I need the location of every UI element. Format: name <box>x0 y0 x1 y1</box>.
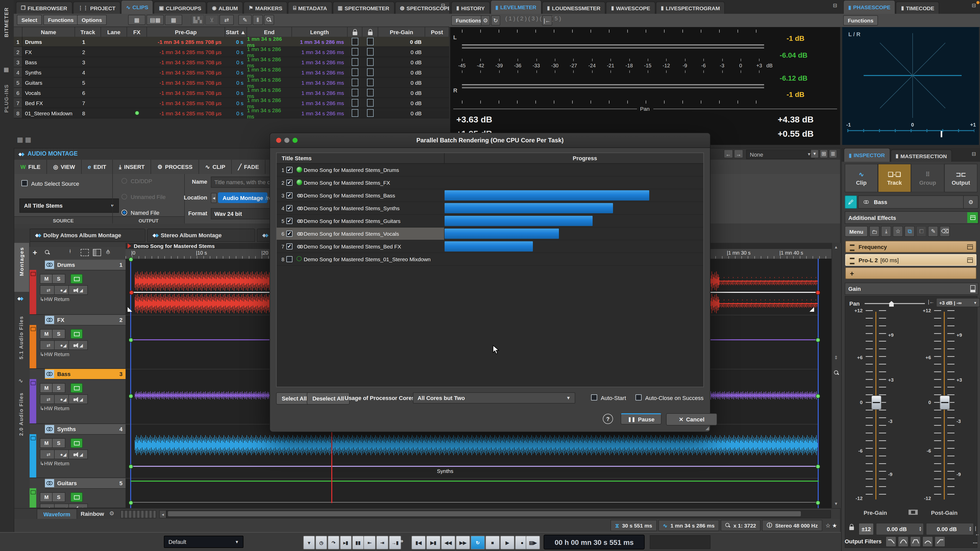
automation-point[interactable] <box>816 290 820 295</box>
copy-icon[interactable]: ⧉ <box>905 226 915 237</box>
mute-button[interactable]: M <box>40 438 53 448</box>
monitor-button[interactable]: ◢ <box>68 340 88 350</box>
render-row[interactable]: 7⚙⚙Demo Song for Mastered Stems_Bed FX <box>277 240 703 253</box>
timer-button[interactable]: ◷ <box>315 536 327 549</box>
solo-button[interactable]: S <box>52 383 65 393</box>
list-icon[interactable]: ≣ <box>829 149 837 158</box>
folder-icon[interactable]: 🗀 <box>870 226 880 237</box>
tab-timecode[interactable]: ▮TIMECODE <box>896 2 939 14</box>
save-preset-icon[interactable]: ⤓ <box>881 226 891 237</box>
lock-checkbox[interactable] <box>352 99 358 106</box>
search-icon[interactable] <box>45 250 50 256</box>
lock-checkbox[interactable] <box>352 58 358 66</box>
pan-value-dropdown[interactable]: +3 dB | -∞▼ <box>936 298 980 307</box>
tab-livespectrogram[interactable]: ▮LIVESPECTROGRAM <box>656 2 725 14</box>
tab-waveform[interactable]: Waveform <box>37 509 77 520</box>
panel-menu-icon[interactable]: ⊟ <box>970 151 978 157</box>
add-track-button[interactable]: + <box>33 248 37 257</box>
menu-process[interactable]: ⚙PROCESS <box>151 160 199 174</box>
monitor-button[interactable]: ◢ <box>68 285 88 295</box>
column-header-Pre-Gain[interactable]: Pre-Gain <box>378 27 425 38</box>
montage-doc-tab[interactable]: ◆◆Dolby Atmos Album Montage <box>30 229 145 242</box>
lock-checkbox[interactable] <box>352 89 358 97</box>
ripple-checkbox[interactable] <box>367 48 374 56</box>
section-output[interactable]: ⊐⊏Output <box>944 164 977 192</box>
render-row[interactable]: 4⚙⚙Demo Song for Mastered Stems_Synths <box>277 202 703 215</box>
track-fx[interactable]: FX2MS⇄●◢◢↳HW Return <box>30 315 126 369</box>
routing-button[interactable] <box>70 329 83 339</box>
routing-button[interactable] <box>70 274 83 284</box>
automation-point[interactable] <box>816 394 820 399</box>
source-dropdown[interactable]: All Title Stems▼ <box>19 198 119 213</box>
solo-button[interactable]: S <box>52 329 65 339</box>
montage-doc-tab[interactable]: ◆◆Stereo Album Montage <box>147 229 255 242</box>
routing-button[interactable] <box>70 383 83 393</box>
solo-button[interactable]: S <box>52 438 65 448</box>
render-row[interactable]: 5⚙⚙Demo Song for Mastered Stems_Guitars <box>277 215 703 227</box>
ripple-checkbox[interactable] <box>367 58 374 66</box>
cd-ddp-radio[interactable] <box>121 178 127 184</box>
column-header-Track[interactable]: Track <box>75 27 101 38</box>
tab-mastersection[interactable]: ▮MASTERSECTION <box>891 149 952 162</box>
pause-button[interactable]: ❚❚Pause <box>620 413 662 424</box>
hscroll-left-icon[interactable]: ◄ <box>159 510 166 518</box>
effect-pro-l2[interactable]: ▬▬Pro-L 2[60 ms] <box>845 254 977 266</box>
effect-frequency[interactable]: ▬▬Frequency <box>845 241 977 252</box>
mute-button[interactable]: M <box>40 274 53 284</box>
tab-markers[interactable]: ⚑MARKERS <box>243 2 287 14</box>
play-render-button[interactable]: ▤▶ <box>526 536 540 549</box>
panel-menu-icon[interactable]: ⊟ <box>439 3 447 9</box>
edit-filter-icon[interactable]: ✎ <box>239 15 251 25</box>
side-tab-20-audio-files[interactable]: 2.0 Audio Files <box>14 389 29 451</box>
mute-button[interactable]: M <box>40 492 53 502</box>
brush-button[interactable]: 🖉 <box>845 195 857 209</box>
column-header-Length[interactable]: Length <box>292 27 348 38</box>
select-menu[interactable]: Select <box>17 15 42 25</box>
guitars-automation-line[interactable] <box>130 502 819 503</box>
preset-star-icon[interactable]: ☆ <box>826 522 831 529</box>
post-gain-spinner[interactable]: 0.00 dB▲▼ <box>926 523 974 535</box>
tab-metadata[interactable]: ⌸METADATA <box>288 2 332 14</box>
location-chip[interactable]: Audio Montage <box>218 192 268 203</box>
cursor-time[interactable]: ⧖30 s 551 ms <box>611 520 657 531</box>
track-name-field[interactable]: Bass <box>858 195 967 209</box>
additional-effects-header[interactable]: Additional Effects <box>845 211 978 224</box>
col-title-stems[interactable]: Title Stems <box>282 155 312 161</box>
layout-tool-icon[interactable] <box>93 249 101 256</box>
render-checkbox[interactable] <box>286 179 293 186</box>
monitor-button[interactable]: ◢ <box>68 394 88 404</box>
to-end-marker-button[interactable]: →▮ <box>389 536 401 549</box>
eraser-icon[interactable]: ⌫ <box>940 226 950 237</box>
hscroll-thumb[interactable] <box>168 511 801 516</box>
reset-peaks-icon[interactable]: |← <box>542 15 552 25</box>
lock-checkbox[interactable] <box>352 68 358 76</box>
lock-checkbox[interactable] <box>352 109 358 117</box>
column-header-num[interactable] <box>14 27 22 38</box>
transport-preset-dropdown[interactable]: Default▼ <box>164 536 243 548</box>
to-next-marker-button[interactable]: ⇥ <box>376 536 388 549</box>
monitor-button[interactable]: ◢ <box>68 503 88 508</box>
side-tab-montages[interactable]: Montages <box>14 243 29 292</box>
section-clip[interactable]: ∿Clip <box>845 164 878 192</box>
pan-slider[interactable] <box>865 303 925 304</box>
fast-forward-button[interactable]: ▶▶ <box>456 536 470 549</box>
tab-project[interactable]: ⋮⋮PROJECT <box>73 2 121 14</box>
render-row[interactable]: 1Demo Song for Mastered Stems_Drums <box>277 164 703 176</box>
bypass-icon[interactable] <box>967 212 978 223</box>
render-checkbox[interactable] <box>286 243 293 249</box>
menu-fade[interactable]: ╱FADE <box>232 160 266 174</box>
column-header-L[interactable] <box>363 27 378 38</box>
scroll-up-icon[interactable]: ▲ <box>834 245 838 249</box>
layout-grid-3-icon[interactable]: ▦ <box>165 15 182 25</box>
filter-peak-icon[interactable] <box>898 536 908 547</box>
lock-checkbox[interactable] <box>352 48 358 56</box>
meter-presets[interactable]: (1)(2)(3)(4)(5) <box>505 15 563 21</box>
nav-back-icon[interactable]: ← <box>724 149 733 158</box>
fader-handle[interactable] <box>940 395 950 410</box>
marquee-tool-icon[interactable] <box>81 249 89 256</box>
pre-gain-spinner[interactable]: 0.00 dB▲▼ <box>876 523 924 535</box>
ripple-checkbox[interactable] <box>367 109 374 117</box>
audio-format[interactable]: ⓘStereo 48 000 Hz <box>762 520 822 531</box>
lock-icon[interactable] <box>850 524 854 531</box>
zoom-ratio[interactable]: x 1: 3722 <box>721 520 761 531</box>
